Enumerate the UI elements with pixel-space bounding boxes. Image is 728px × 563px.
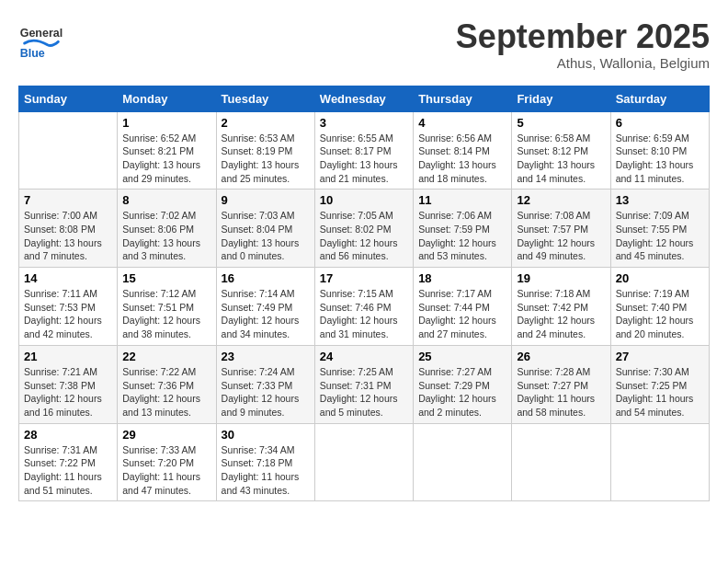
day-number: 10 [320,193,408,207]
calendar-cell: 9 Sunrise: 7:03 AMSunset: 8:04 PMDayligh… [216,190,314,268]
day-number: 19 [517,271,605,285]
calendar-cell: 6 Sunrise: 6:59 AMSunset: 8:10 PMDayligh… [610,111,709,190]
day-number: 30 [222,428,310,442]
day-number: 27 [616,350,704,363]
calendar-cell: 29 Sunrise: 7:33 AMSunset: 7:20 PMDaylig… [118,423,216,501]
day-info: Sunrise: 7:02 AMSunset: 8:06 PMDaylight:… [122,210,200,261]
calendar-cell: 8 Sunrise: 7:02 AMSunset: 8:06 PMDayligh… [118,190,216,268]
day-number: 6 [616,116,704,130]
calendar-cell: 18 Sunrise: 7:17 AMSunset: 7:44 PMDaylig… [414,268,512,346]
week-row-1: 1 Sunrise: 6:52 AMSunset: 8:21 PMDayligh… [19,111,710,190]
day-info: Sunrise: 7:31 AMSunset: 7:22 PMDaylight:… [24,444,102,496]
calendar-cell: 14 Sunrise: 7:11 AMSunset: 7:53 PMDaylig… [19,268,118,346]
day-number: 29 [122,428,210,442]
calendar-cell: 2 Sunrise: 6:53 AMSunset: 8:19 PMDayligh… [216,111,314,190]
day-info: Sunrise: 7:08 AMSunset: 7:57 PMDaylight:… [517,210,595,261]
day-number: 25 [418,350,506,363]
day-info: Sunrise: 7:21 AMSunset: 7:38 PMDaylight:… [24,366,102,418]
calendar-cell [314,423,413,501]
day-info: Sunrise: 7:15 AMSunset: 7:46 PMDaylight:… [320,288,398,339]
calendar-cell: 13 Sunrise: 7:09 AMSunset: 7:55 PMDaylig… [610,190,709,268]
calendar-cell: 20 Sunrise: 7:19 AMSunset: 7:40 PMDaylig… [610,268,709,346]
day-info: Sunrise: 6:52 AMSunset: 8:21 PMDaylight:… [122,132,200,184]
title-block: September 2025 Athus, Wallonia, Belgium [456,18,710,71]
day-number: 12 [517,193,605,207]
day-info: Sunrise: 7:14 AMSunset: 7:49 PMDaylight:… [222,288,300,339]
calendar-cell: 19 Sunrise: 7:18 AMSunset: 7:42 PMDaylig… [512,268,610,346]
week-row-5: 28 Sunrise: 7:31 AMSunset: 7:22 PMDaylig… [19,423,710,501]
week-row-3: 14 Sunrise: 7:11 AMSunset: 7:53 PMDaylig… [19,268,710,346]
day-number: 24 [320,350,408,363]
col-header-friday: Friday [512,86,610,111]
calendar-cell [512,423,610,501]
month-title: September 2025 [456,18,710,55]
day-number: 8 [122,193,210,207]
day-number: 16 [222,271,310,285]
calendar-cell: 25 Sunrise: 7:27 AMSunset: 7:29 PMDaylig… [414,345,512,423]
calendar-cell: 24 Sunrise: 7:25 AMSunset: 7:31 PMDaylig… [314,345,413,423]
svg-text:General: General [20,27,63,40]
day-number: 26 [517,350,605,363]
day-number: 28 [24,428,112,442]
day-info: Sunrise: 7:30 AMSunset: 7:25 PMDaylight:… [616,366,694,418]
calendar-cell: 21 Sunrise: 7:21 AMSunset: 7:38 PMDaylig… [19,345,118,423]
calendar-cell: 26 Sunrise: 7:28 AMSunset: 7:27 PMDaylig… [512,345,610,423]
calendar-cell: 10 Sunrise: 7:05 AMSunset: 8:02 PMDaylig… [314,190,413,268]
day-info: Sunrise: 7:09 AMSunset: 7:55 PMDaylight:… [616,210,694,261]
day-info: Sunrise: 7:11 AMSunset: 7:53 PMDaylight:… [24,288,102,339]
day-info: Sunrise: 6:59 AMSunset: 8:10 PMDaylight:… [616,132,694,184]
day-info: Sunrise: 6:53 AMSunset: 8:19 PMDaylight:… [222,132,300,184]
logo-svg: General Blue [18,18,64,64]
week-row-4: 21 Sunrise: 7:21 AMSunset: 7:38 PMDaylig… [19,345,710,423]
logo: General Blue [18,18,64,64]
day-number: 13 [616,193,704,207]
day-info: Sunrise: 7:05 AMSunset: 8:02 PMDaylight:… [320,210,398,261]
calendar-table: SundayMondayTuesdayWednesdayThursdayFrid… [18,86,710,502]
calendar-cell: 15 Sunrise: 7:12 AMSunset: 7:51 PMDaylig… [118,268,216,346]
day-number: 9 [222,193,310,207]
day-info: Sunrise: 6:55 AMSunset: 8:17 PMDaylight:… [320,132,398,184]
day-info: Sunrise: 7:19 AMSunset: 7:40 PMDaylight:… [616,288,694,339]
calendar-cell: 27 Sunrise: 7:30 AMSunset: 7:25 PMDaylig… [610,345,709,423]
day-number: 20 [616,271,704,285]
calendar-cell: 30 Sunrise: 7:34 AMSunset: 7:18 PMDaylig… [216,423,314,501]
day-info: Sunrise: 7:06 AMSunset: 7:59 PMDaylight:… [418,210,496,261]
day-number: 15 [122,271,210,285]
day-number: 5 [517,116,605,130]
day-number: 11 [418,193,506,207]
day-info: Sunrise: 6:56 AMSunset: 8:14 PMDaylight:… [418,132,496,184]
day-number: 2 [222,116,310,130]
location-subtitle: Athus, Wallonia, Belgium [456,55,710,71]
day-info: Sunrise: 7:27 AMSunset: 7:29 PMDaylight:… [418,366,496,418]
day-info: Sunrise: 7:00 AMSunset: 8:08 PMDaylight:… [24,210,102,261]
calendar-cell: 7 Sunrise: 7:00 AMSunset: 8:08 PMDayligh… [19,190,118,268]
calendar-cell: 22 Sunrise: 7:22 AMSunset: 7:36 PMDaylig… [118,345,216,423]
day-number: 21 [24,350,112,363]
calendar-cell [610,423,709,501]
calendar-cell: 4 Sunrise: 6:56 AMSunset: 8:14 PMDayligh… [414,111,512,190]
day-info: Sunrise: 7:24 AMSunset: 7:33 PMDaylight:… [222,366,300,418]
day-info: Sunrise: 7:34 AMSunset: 7:18 PMDaylight:… [222,444,300,496]
week-row-2: 7 Sunrise: 7:00 AMSunset: 8:08 PMDayligh… [19,190,710,268]
day-info: Sunrise: 7:33 AMSunset: 7:20 PMDaylight:… [122,444,200,496]
day-info: Sunrise: 7:03 AMSunset: 8:04 PMDaylight:… [222,210,300,261]
calendar-cell: 16 Sunrise: 7:14 AMSunset: 7:49 PMDaylig… [216,268,314,346]
header-row: SundayMondayTuesdayWednesdayThursdayFrid… [19,86,710,111]
col-header-tuesday: Tuesday [216,86,314,111]
calendar-cell [19,111,118,190]
day-number: 4 [418,116,506,130]
day-number: 1 [122,116,210,130]
day-number: 17 [320,271,408,285]
day-info: Sunrise: 7:28 AMSunset: 7:27 PMDaylight:… [517,366,595,418]
day-number: 22 [122,350,210,363]
col-header-sunday: Sunday [19,86,118,111]
day-number: 3 [320,116,408,130]
col-header-monday: Monday [118,86,216,111]
day-info: Sunrise: 6:58 AMSunset: 8:12 PMDaylight:… [517,132,595,184]
day-number: 18 [418,271,506,285]
page-header: General Blue September 2025 Athus, Wallo… [18,18,710,71]
col-header-thursday: Thursday [414,86,512,111]
calendar-cell: 3 Sunrise: 6:55 AMSunset: 8:17 PMDayligh… [314,111,413,190]
calendar-cell: 11 Sunrise: 7:06 AMSunset: 7:59 PMDaylig… [414,190,512,268]
col-header-saturday: Saturday [610,86,709,111]
